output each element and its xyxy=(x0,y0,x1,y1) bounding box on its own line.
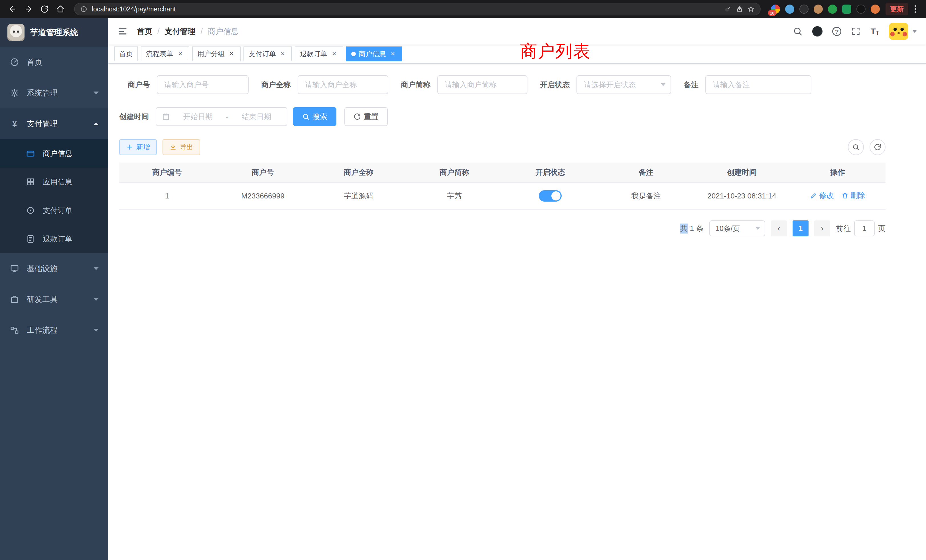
chevron-down-icon xyxy=(94,92,98,94)
short-name-input[interactable] xyxy=(437,75,527,94)
tab-label: 支付订单 xyxy=(249,49,276,59)
export-button[interactable]: 导出 xyxy=(162,139,200,155)
sidebar-item-system[interactable]: 系统管理 xyxy=(0,77,108,108)
sidebar-item-dev-tools[interactable]: 研发工具 xyxy=(0,284,108,315)
annotation-text: 商户列表 xyxy=(520,40,591,63)
col-short-name: 商户简称 xyxy=(407,162,502,183)
total-suffix: 条 xyxy=(696,224,704,233)
sidebar-item-label: 应用信息 xyxy=(43,177,73,187)
col-remark: 备注 xyxy=(598,162,694,183)
prev-page-button[interactable]: ‹ xyxy=(771,220,787,236)
extension-icon-orange[interactable] xyxy=(871,5,880,14)
cell-short-name: 芋艿 xyxy=(407,183,502,209)
reload-icon[interactable] xyxy=(38,2,51,16)
tab-label: 商户信息 xyxy=(359,49,386,59)
date-end-placeholder: 结束日期 xyxy=(232,112,281,122)
search-icon[interactable] xyxy=(793,27,803,36)
extension-icon-avatar[interactable] xyxy=(814,5,823,14)
password-key-icon[interactable] xyxy=(725,6,732,12)
share-icon[interactable] xyxy=(736,6,743,12)
add-button[interactable]: 新增 xyxy=(119,139,157,155)
sidebar-item-label: 退款订单 xyxy=(43,234,73,244)
delete-link[interactable]: 删除 xyxy=(841,191,865,200)
github-icon[interactable] xyxy=(812,26,823,36)
table-row: 1 M233666999 芋道源码 芋艿 我是备注 2021-10-23 08:… xyxy=(119,183,885,209)
forward-icon[interactable] xyxy=(22,2,35,16)
user-dropdown[interactable] xyxy=(889,23,917,40)
pagination-total: 共 1 条 xyxy=(680,224,704,233)
tab-pay-order[interactable]: 支付订单 × xyxy=(244,47,292,61)
cell-create-time: 2021-10-23 08:31:14 xyxy=(694,183,790,209)
sidebar-item-workflow[interactable]: 工作流程 xyxy=(0,315,108,345)
extension-icon-green-circle[interactable] xyxy=(828,5,837,14)
sidebar-logo[interactable]: 芋道管理系统 xyxy=(0,18,108,47)
status-select[interactable]: 请选择开启状态 xyxy=(576,75,671,94)
browser-update-button[interactable]: 更新 xyxy=(885,3,908,15)
font-size-icon[interactable]: TT xyxy=(870,27,879,36)
toolbar-right xyxy=(848,139,885,155)
sidebar-item-app-info[interactable]: 应用信息 xyxy=(0,168,108,196)
tab-close-icon[interactable]: × xyxy=(279,50,287,58)
home-icon[interactable] xyxy=(54,2,67,16)
full-name-input[interactable] xyxy=(298,75,388,94)
edit-link[interactable]: 修改 xyxy=(810,191,834,200)
address-bar[interactable]: localhost:1024/pay/merchant xyxy=(74,3,761,15)
tab-merchant-info[interactable]: 商户信息 × xyxy=(346,47,402,61)
toggle-search-icon[interactable] xyxy=(848,139,864,155)
hamburger-icon[interactable] xyxy=(118,26,128,36)
main-panel: 商户列表 首页 / 支付管理 / 商户信息 ? xyxy=(108,18,926,560)
merchant-no-input[interactable] xyxy=(157,75,249,94)
filter-row-1: 商户号 商户全称 商户简称 开启状态 请选择开启状态 xyxy=(119,75,885,94)
goto-page-input[interactable] xyxy=(854,220,875,236)
tab-process-form[interactable]: 流程表单 × xyxy=(141,47,189,61)
trash-icon xyxy=(841,192,849,199)
tab-close-icon[interactable]: × xyxy=(176,50,184,58)
tab-home[interactable]: 首页 xyxy=(114,47,138,61)
tab-close-icon[interactable]: × xyxy=(389,50,397,58)
tab-label: 用户分组 xyxy=(197,49,225,59)
tab-close-icon[interactable]: × xyxy=(330,50,338,58)
extension-icon-blocker[interactable]: 10 xyxy=(771,5,780,14)
sidebar-item-refund-order[interactable]: 退款订单 xyxy=(0,225,108,253)
fullscreen-icon[interactable] xyxy=(851,27,861,36)
sidebar-item-payment[interactable]: ¥ 支付管理 xyxy=(0,108,108,139)
tab-refund-order[interactable]: 退款订单 × xyxy=(295,47,343,61)
col-actions: 操作 xyxy=(790,162,885,183)
chevron-down-icon xyxy=(94,298,98,301)
breadcrumb-payment[interactable]: 支付管理 xyxy=(165,26,195,36)
grid-icon xyxy=(26,177,35,187)
next-page-button[interactable]: › xyxy=(814,220,830,236)
date-range-picker[interactable]: 开始日期 - 结束日期 xyxy=(156,107,287,126)
reset-button[interactable]: 重置 xyxy=(344,107,388,126)
plus-icon xyxy=(126,144,133,151)
download-icon xyxy=(169,144,177,151)
extension-icon-drop[interactable] xyxy=(785,5,794,14)
browser-menu-icon[interactable] xyxy=(911,5,920,13)
page-content: 商户号 商户全称 商户简称 开启状态 请选择开启状态 xyxy=(108,64,926,560)
page-info-icon[interactable] xyxy=(80,6,87,12)
remark-input[interactable] xyxy=(705,75,811,94)
extension-icon-dark[interactable] xyxy=(799,5,808,14)
extension-icon-pin[interactable] xyxy=(856,5,865,14)
refresh-table-icon[interactable] xyxy=(870,139,885,155)
help-icon[interactable]: ? xyxy=(832,27,841,36)
tab-close-icon[interactable]: × xyxy=(227,50,236,58)
tab-user-group[interactable]: 用户分组 × xyxy=(192,47,241,61)
pagination: 共 1 条 10条/页 ‹ 1 › 前往 页 xyxy=(119,220,885,236)
bookmark-star-icon[interactable] xyxy=(747,6,754,12)
sidebar-item-pay-order[interactable]: 支付订单 xyxy=(0,196,108,225)
sidebar-item-label: 工作流程 xyxy=(27,325,57,335)
cell-status xyxy=(502,183,598,209)
filter-label: 备注 xyxy=(684,80,699,90)
search-button[interactable]: 搜索 xyxy=(293,107,336,126)
url-text: localhost:1024/pay/merchant xyxy=(92,5,720,13)
extension-icon-green-square[interactable] xyxy=(842,5,851,14)
page-1-button[interactable]: 1 xyxy=(793,220,808,236)
status-toggle[interactable] xyxy=(539,190,561,201)
breadcrumb-home[interactable]: 首页 xyxy=(137,26,152,36)
sidebar-item-infrastructure[interactable]: 基础设施 xyxy=(0,253,108,284)
sidebar-item-home[interactable]: 首页 xyxy=(0,47,108,77)
sidebar-item-merchant-info[interactable]: 商户信息 xyxy=(0,139,108,168)
page-size-select[interactable]: 10条/页 xyxy=(709,220,765,236)
back-icon[interactable] xyxy=(6,2,20,16)
